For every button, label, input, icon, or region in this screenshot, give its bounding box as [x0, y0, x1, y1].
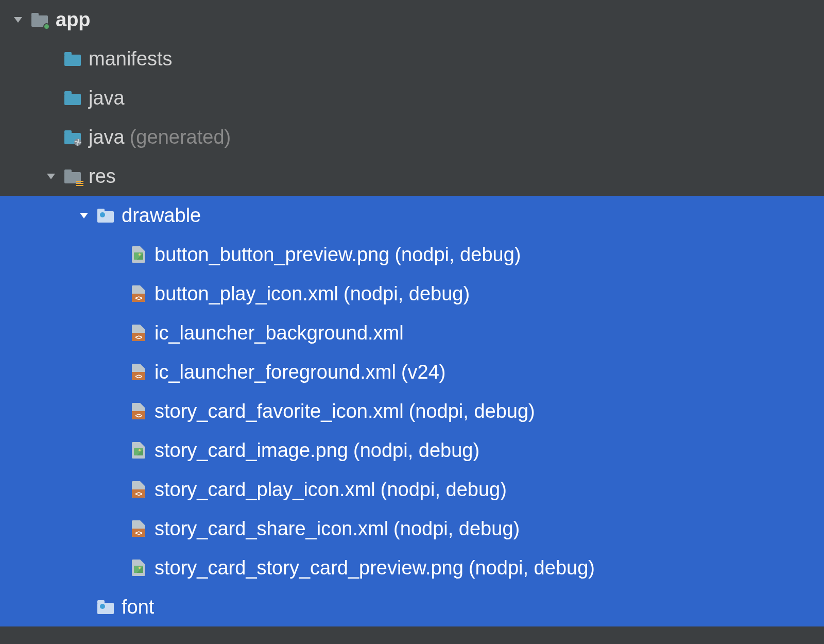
tree-item-label: button_play_icon.xml [154, 283, 338, 305]
tree-item-label: res [89, 165, 116, 188]
xml-file-icon: <> [130, 324, 147, 342]
tree-item-label: story_card_share_icon.xml [154, 518, 388, 540]
tree-item-qualifier: (nodpi, debug) [469, 557, 595, 579]
tree-item-qualifier: (nodpi, debug) [394, 244, 521, 266]
tree-item-label: story_card_story_card_preview.png [154, 557, 464, 579]
drawable-folder-icon [97, 207, 114, 224]
tree-item-font[interactable]: font [0, 587, 824, 626]
tree-item-story-card-share-icon-xml[interactable]: <>story_card_share_icon.xml(nodpi, debug… [0, 509, 824, 548]
chevron-down-icon[interactable] [10, 12, 26, 27]
tree-item-label: font [122, 596, 154, 618]
res-folder-icon [64, 167, 81, 185]
tree-item-qualifier: (nodpi, debug) [409, 400, 535, 422]
tree-item-label: java [89, 126, 125, 148]
tree-item-label: app [56, 9, 91, 31]
tree-item-story-card-play-icon-xml[interactable]: <>story_card_play_icon.xml(nodpi, debug) [0, 470, 824, 509]
tree-item-qualifier: (nodpi, debug) [393, 518, 520, 540]
tree-item-label: java [89, 87, 125, 109]
module-folder-icon [31, 11, 48, 28]
tree-item-label: story_card_image.png [154, 439, 348, 462]
tree-item-label: ic_launcher_foreground.xml [154, 361, 396, 383]
xml-file-icon: <> [130, 285, 147, 302]
tree-item-ic-launcher-background-xml[interactable]: <>ic_launcher_background.xml [0, 313, 824, 352]
xml-file-icon: <> [130, 520, 147, 537]
tree-item-label: story_card_play_icon.xml [154, 479, 375, 501]
tree-item-label: drawable [122, 205, 201, 227]
gen-folder-icon [64, 128, 81, 146]
chevron-down-icon[interactable] [76, 208, 92, 223]
image-file-icon [130, 559, 147, 577]
tree-item-label: story_card_favorite_icon.xml [154, 400, 404, 422]
image-file-icon [130, 246, 147, 263]
tree-item-story-card-story-card-preview-png[interactable]: story_card_story_card_preview.png(nodpi,… [0, 548, 824, 587]
tree-item-res[interactable]: res [0, 157, 824, 196]
tree-item-story-card-image-png[interactable]: story_card_image.png(nodpi, debug) [0, 431, 824, 470]
tree-item-qualifier: (v24) [401, 361, 446, 383]
tree-item-button-play-icon-xml[interactable]: <>button_play_icon.xml(nodpi, debug) [0, 274, 824, 313]
tree-item-label: ic_launcher_background.xml [154, 322, 404, 344]
drawable-folder-icon [97, 598, 114, 616]
tree-item-qualifier: (nodpi, debug) [344, 283, 470, 305]
tree-item-qualifier: (generated) [130, 126, 231, 148]
xml-file-icon: <> [130, 481, 147, 498]
tree-item-qualifier: (nodpi, debug) [353, 439, 479, 462]
tree-item-label: button_button_preview.png [154, 244, 389, 266]
xml-file-icon: <> [130, 363, 147, 381]
tree-item-story-card-favorite-icon-xml[interactable]: <>story_card_favorite_icon.xml(nodpi, de… [0, 392, 824, 431]
teal-folder-icon [64, 50, 81, 67]
tree-item-java[interactable]: java [0, 78, 824, 117]
project-tree[interactable]: appmanifestsjavajava(generated)resdrawab… [0, 0, 824, 626]
teal-folder-icon [64, 89, 81, 107]
tree-item-app[interactable]: app [0, 0, 824, 39]
tree-item-drawable[interactable]: drawable [0, 196, 824, 235]
tree-item-java[interactable]: java(generated) [0, 117, 824, 157]
tree-item-manifests[interactable]: manifests [0, 39, 824, 78]
image-file-icon [130, 442, 147, 459]
tree-item-qualifier: (nodpi, debug) [381, 479, 507, 501]
tree-item-label: manifests [89, 48, 173, 70]
chevron-down-icon[interactable] [43, 168, 59, 184]
tree-item-ic-launcher-foreground-xml[interactable]: <>ic_launcher_foreground.xml(v24) [0, 352, 824, 392]
tree-item-button-button-preview-png[interactable]: button_button_preview.png(nodpi, debug) [0, 235, 824, 274]
xml-file-icon: <> [130, 402, 147, 420]
